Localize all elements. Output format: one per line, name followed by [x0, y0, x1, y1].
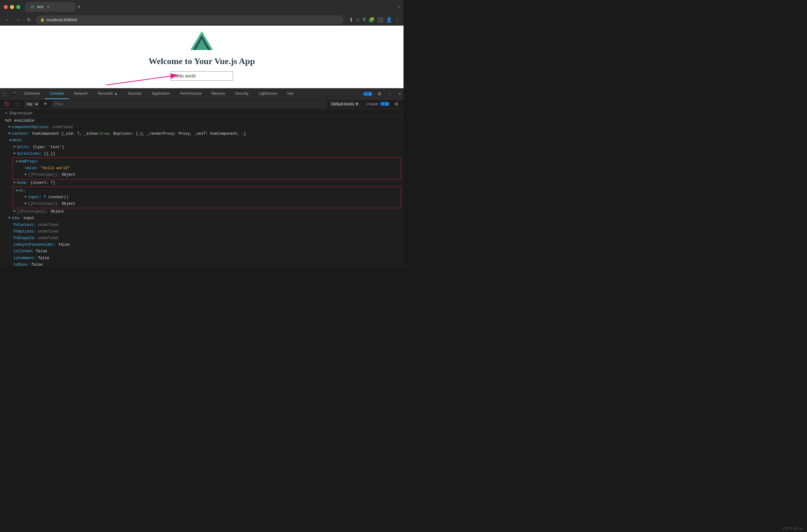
tab-console[interactable]: Console: [45, 89, 69, 99]
val: Object: [61, 172, 75, 178]
tab-lighthouse[interactable]: Lighthouse: [254, 89, 282, 99]
tab-vue[interactable]: Vue: [282, 89, 299, 99]
devtools-panel: ⬚ 📱 Elements Console Network Recorder ▲ …: [0, 88, 403, 266]
new-tab-button[interactable]: +: [77, 3, 81, 11]
more-options-icon[interactable]: ⋮: [395, 17, 400, 23]
inspect-element-button[interactable]: ⬚: [0, 91, 9, 96]
expression-header: × Expression: [0, 110, 403, 117]
console-line: fnScopeId: undefined: [0, 235, 403, 242]
val: [{…}]: [44, 151, 55, 157]
val: undefined: [38, 229, 58, 235]
key: hook:: [17, 180, 28, 186]
issue-badge: 🔵 1: [363, 92, 372, 96]
reload-button[interactable]: ↻: [25, 16, 33, 23]
expand-icon[interactable]: ▶: [14, 151, 16, 156]
browser-tab[interactable]: test ×: [25, 2, 75, 12]
context-selector[interactable]: top: [24, 101, 39, 107]
console-line: fnContext: undefined: [0, 222, 403, 228]
share-icon[interactable]: ⬆: [349, 17, 353, 23]
key: componentOptions:: [12, 125, 50, 130]
vue-logo: [189, 30, 214, 51]
expand-icon[interactable]: ▶: [9, 215, 11, 220]
console-line: isOnce: false: [0, 262, 403, 266]
default-levels-selector[interactable]: Default levels ▼: [329, 101, 360, 107]
issues-indicator[interactable]: 🔵 1: [363, 92, 373, 96]
tab-network[interactable]: Network: [69, 89, 93, 99]
expand-icon[interactable]: ▶: [9, 125, 11, 129]
expand-icon[interactable]: ▼: [7, 139, 12, 141]
sidebar-filter-button[interactable]: ⬚: [14, 101, 21, 106]
tab-memory[interactable]: Memory: [206, 89, 230, 99]
device-toolbar-button[interactable]: 📱: [9, 91, 19, 96]
console-line: ▶ [[Prototype]]: Object: [13, 172, 401, 178]
tab-list-button[interactable]: ›: [398, 4, 400, 10]
eye-filter-button[interactable]: 👁: [42, 101, 50, 106]
val: VueComponent {_uid: 7, _isVue:: [32, 131, 100, 137]
address-input[interactable]: 🔒 localhost:8080/#/: [36, 15, 344, 24]
tab-elements[interactable]: Elements: [19, 89, 45, 99]
val: Object: [51, 209, 64, 215]
key: context:: [12, 131, 30, 137]
traffic-lights: [4, 5, 20, 9]
back-button[interactable]: ←: [4, 16, 11, 23]
key: value:: [25, 165, 38, 171]
console-line: isComment: false: [0, 255, 403, 262]
expression-label: Expression: [10, 111, 32, 116]
console-line: isCloned: false: [0, 248, 403, 255]
expand-icon[interactable]: ▶: [25, 194, 26, 200]
console-line: ▶ [[Prototype]]: Object: [13, 201, 401, 207]
more-devtools-button[interactable]: ⋮: [385, 91, 395, 96]
key: fnContext:: [13, 222, 36, 228]
settings-button[interactable]: ⚙: [375, 91, 384, 96]
console-toolbar: 🚫 ⬚ top 👁 Default levels ▼ 1 Issue: 🔵 1 …: [0, 99, 403, 109]
console-line: value: "hello world": [13, 165, 401, 172]
key: data:: [12, 137, 23, 144]
expression-close[interactable]: ×: [5, 111, 7, 116]
clear-console-button[interactable]: 🚫: [2, 101, 11, 106]
expand-icon[interactable]: ▼: [14, 189, 19, 191]
issue-label: 1 Issue:: [366, 102, 379, 106]
minimize-button[interactable]: [10, 5, 14, 9]
expand-icon[interactable]: ▶: [9, 131, 11, 136]
console-filter-input[interactable]: [52, 101, 327, 108]
sidebar-toggle-icon[interactable]: ⬛: [377, 17, 384, 23]
key: isAsyncPlaceholder:: [13, 242, 56, 248]
close-button[interactable]: [4, 5, 8, 9]
expand-icon[interactable]: ▶: [25, 201, 26, 206]
expand-icon[interactable]: ▶: [14, 209, 16, 214]
console-line: ▶ componentOptions: undefined: [0, 124, 403, 131]
forward-button[interactable]: →: [14, 16, 22, 23]
key: elm:: [12, 215, 21, 221]
console-line: ▶ context: VueComponent {_uid: 7, _isVue…: [0, 131, 403, 137]
page-area: Welcome to Your Vue.js App: [0, 26, 403, 88]
close-devtools-button[interactable]: ×: [396, 91, 403, 96]
tab-close-button[interactable]: ×: [47, 4, 50, 10]
val: invoker(): [48, 194, 69, 201]
val: Object: [61, 201, 75, 207]
maximize-button[interactable]: [16, 5, 20, 9]
browser-toolbar: ⬆ ☆ V 🧩 ⬛ 👤 ⋮: [349, 17, 400, 23]
tab-security[interactable]: Security: [230, 89, 253, 99]
val: {insert: f}: [30, 180, 55, 186]
lock-icon: 🔒: [40, 18, 45, 22]
tab-application[interactable]: Application: [147, 89, 175, 99]
tab-sources[interactable]: Sources: [123, 89, 147, 99]
expand-icon[interactable]: ▶: [14, 145, 16, 149]
tab-performance[interactable]: Performance: [175, 89, 206, 99]
console-settings-button[interactable]: ⚙: [392, 101, 401, 107]
profile-icon[interactable]: 👤: [386, 17, 392, 23]
bookmark-icon[interactable]: ☆: [356, 17, 360, 23]
expand-icon[interactable]: ▶: [14, 180, 16, 185]
key: fnOptions:: [13, 229, 36, 235]
extensions-icon[interactable]: 🧩: [368, 17, 375, 23]
expand-icon[interactable]: ▶: [25, 172, 26, 177]
console-line: ▶ [[Prototype]]: Object: [0, 208, 403, 215]
vue-devtools-icon[interactable]: V: [363, 17, 366, 22]
tab-recorder[interactable]: Recorder ▲: [93, 89, 123, 99]
expand-icon[interactable]: ▼: [14, 160, 19, 162]
devtools-toolbar-icons: 🔵 1 ⚙ ⋮ ×: [360, 91, 403, 96]
devtools-tab-bar: ⬚ 📱 Elements Console Network Recorder ▲ …: [0, 88, 403, 99]
page-content: Welcome to Your Vue.js App: [0, 26, 403, 88]
key: attrs:: [17, 145, 30, 150]
hello-world-input[interactable]: [170, 71, 233, 81]
